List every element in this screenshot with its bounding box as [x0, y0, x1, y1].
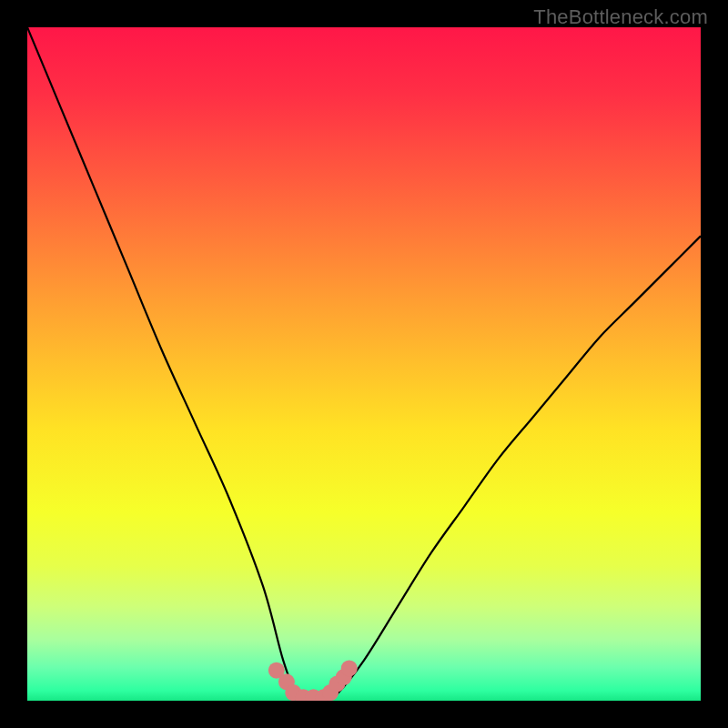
highlight-dots-group — [268, 660, 358, 701]
curve-line — [27, 27, 701, 701]
bottleneck-curve — [27, 27, 701, 701]
highlight-dot — [341, 660, 358, 676]
chart-plot-area — [27, 27, 701, 701]
watermark-text: TheBottleneck.com — [533, 5, 708, 29]
